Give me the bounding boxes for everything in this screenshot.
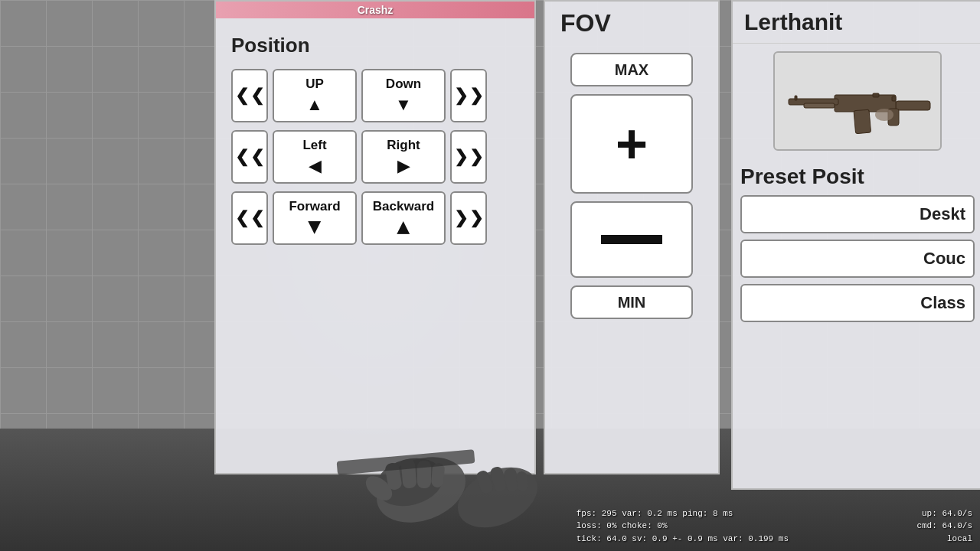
svg-rect-0 <box>896 101 930 110</box>
hud-stats-left: fps: 295 var: 0.2 ms ping: 8 ms loss: 0%… <box>577 507 789 546</box>
weapon-svg <box>781 59 934 143</box>
svg-point-9 <box>875 109 893 121</box>
right-button[interactable]: Right ▶ <box>361 130 446 184</box>
main-panel: Crashz Position ❮❮ UP ▲ Down ▼ ❯❯ <box>214 0 536 474</box>
position-section: Position ❮❮ UP ▲ Down ▼ ❯❯ <box>216 18 534 268</box>
hud-stats-right: up: 64.0/s cmd: 64.0/s local <box>916 507 972 546</box>
preset-class-button[interactable]: Class <box>740 284 975 322</box>
left-side-btn-bot[interactable]: ❮❮ <box>231 191 268 245</box>
forward-button[interactable]: Forward ▶ <box>273 191 357 245</box>
preset-title: Preset Posit <box>740 158 975 195</box>
up-button[interactable]: UP ▲ <box>273 69 357 122</box>
svg-rect-7 <box>873 93 879 97</box>
hud-line3: tick: 64.0 sv: 0.9 +- 0.9 ms var: 0.199 … <box>577 533 789 546</box>
left-button[interactable]: Left ◀ <box>273 130 357 184</box>
right-panel-title: Lerthanit <box>733 2 980 44</box>
fov-panel: FOV MAX + MIN <box>544 0 720 474</box>
panel-header-title: Crashz <box>358 4 394 16</box>
forward-backward-row: ❮❮ Forward ▶ Backward ◀ ❯❯ <box>231 191 519 245</box>
svg-rect-4 <box>804 103 835 108</box>
hud-right1: up: 64.0/s <box>916 507 972 520</box>
left-side-btn-mid[interactable]: ❮❮ <box>231 130 268 184</box>
fov-plus-button[interactable]: + <box>570 94 693 194</box>
right-side-btn-mid[interactable]: ❯❯ <box>450 130 487 184</box>
preset-desktop-button[interactable]: Deskt <box>740 195 975 233</box>
hud-line2: loss: 0% choke: 0% <box>577 520 789 533</box>
hud-right3: local <box>916 533 972 546</box>
left-side-btn-top[interactable]: ❮❮ <box>231 69 268 122</box>
minus-icon <box>601 235 662 244</box>
right-side-btn-bot[interactable]: ❯❯ <box>450 191 487 245</box>
hud-line1: fps: 295 var: 0.2 ms ping: 8 ms <box>577 507 789 520</box>
svg-rect-2 <box>854 109 871 134</box>
weapon-preview <box>773 51 942 151</box>
right-panel: Lerthanit <box>731 0 980 490</box>
down-button[interactable]: Down ▼ <box>361 69 446 122</box>
fov-minus-button[interactable] <box>570 201 693 278</box>
svg-rect-6 <box>795 96 797 100</box>
up-down-row: ❮❮ UP ▲ Down ▼ ❯❯ <box>231 69 519 122</box>
right-side-btn-top[interactable]: ❯❯ <box>450 69 487 122</box>
svg-rect-8 <box>892 96 896 101</box>
preset-section: Preset Posit Deskt Couc Class <box>733 158 980 322</box>
fov-max-button[interactable]: MAX <box>570 53 693 86</box>
position-title: Position <box>231 34 519 57</box>
backward-button[interactable]: Backward ◀ <box>361 191 446 245</box>
fov-title: FOV <box>545 2 718 45</box>
left-right-row: ❮❮ Left ◀ Right ▶ ❯❯ <box>231 130 519 184</box>
fov-min-button[interactable]: MIN <box>570 285 693 319</box>
panel-header: Crashz <box>216 2 534 18</box>
preset-couch-button[interactable]: Couc <box>740 240 975 278</box>
fov-controls: MAX + MIN <box>545 45 718 327</box>
hud-right2: cmd: 64.0/s <box>916 520 972 533</box>
